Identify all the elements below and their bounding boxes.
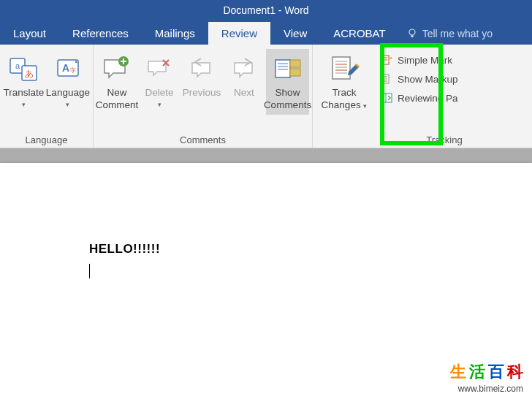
delete-comment-button[interactable]: Delete▾ (139, 49, 180, 112)
display-for-review-dropdown[interactable]: Simple Mark (377, 52, 461, 68)
document-area: HELLO!!!!!! (0, 148, 532, 399)
tab-acrobat[interactable]: ACROBAT (320, 22, 398, 45)
tab-references[interactable]: References (59, 22, 142, 45)
svg-text:字: 字 (70, 67, 76, 74)
group-tracking: TrackChanges ▾ Simple Mark Show Markup R… (313, 45, 532, 148)
new-comment-icon (102, 52, 132, 86)
group-label-tracking: Tracking (316, 133, 529, 145)
window-title: Document1 - Word (223, 4, 308, 16)
svg-rect-14 (290, 60, 300, 67)
language-button[interactable]: A字 Language▾ (46, 49, 90, 112)
group-language: aあ Translate▾ A字 Language▾ Language (0, 45, 94, 148)
group-label-language: Language (3, 133, 90, 145)
ribbon-tabs: Layout References Mailings Review View A… (0, 20, 532, 45)
dropdown-caret-icon: ▾ (158, 101, 162, 109)
reviewing-pane-icon (380, 91, 393, 104)
dropdown-caret-icon: ▾ (363, 102, 367, 110)
svg-text:あ: あ (25, 69, 34, 79)
dropdown-caret-icon: ▾ (22, 101, 26, 109)
svg-rect-1 (411, 35, 413, 37)
document-page[interactable]: HELLO!!!!!! (0, 163, 532, 399)
svg-point-0 (409, 29, 415, 35)
track-changes-icon (328, 52, 360, 86)
translate-icon: aあ (9, 52, 38, 86)
markup-view-icon (380, 53, 393, 66)
svg-text:a: a (15, 61, 20, 70)
svg-rect-10 (276, 60, 290, 77)
show-comments-icon (273, 52, 303, 86)
tell-me-label: Tell me what yo (422, 28, 493, 39)
reviewing-pane-dropdown[interactable]: Reviewing Pa (377, 90, 461, 106)
tab-view[interactable]: View (270, 22, 320, 45)
next-comment-icon (230, 52, 258, 86)
group-comments: NewComment Delete▾ Previous Next (94, 45, 313, 148)
dropdown-caret-icon: ▾ (66, 101, 69, 109)
svg-text:A: A (62, 62, 69, 74)
group-label-comments: Comments (96, 133, 309, 145)
document-text-line: HELLO!!!!!! (89, 242, 532, 256)
previous-comment-icon (188, 52, 216, 86)
translate-button[interactable]: aあ Translate▾ (3, 49, 45, 112)
show-markup-dropdown[interactable]: Show Markup (377, 71, 461, 87)
tell-me-search[interactable]: Tell me what yo (399, 23, 500, 45)
track-changes-button[interactable]: TrackChanges ▾ (316, 49, 373, 115)
title-bar: Document1 - Word (0, 0, 532, 20)
next-comment-button[interactable]: Next (224, 49, 265, 102)
svg-rect-25 (389, 57, 392, 59)
svg-rect-15 (290, 69, 300, 76)
tab-review[interactable]: Review (208, 22, 270, 45)
show-markup-icon (380, 72, 393, 86)
tab-layout[interactable]: Layout (0, 22, 59, 45)
tab-mailings[interactable]: Mailings (142, 22, 208, 45)
previous-comment-button[interactable]: Previous (181, 49, 222, 102)
svg-rect-16 (332, 57, 350, 79)
tracking-options-stack: Simple Mark Show Markup Reviewing Pa (374, 49, 464, 109)
new-comment-button[interactable]: NewComment (96, 49, 137, 115)
ribbon: aあ Translate▾ A字 Language▾ Language NewC… (0, 45, 532, 148)
lightbulb-icon (406, 28, 418, 39)
text-cursor (89, 264, 90, 278)
show-comments-button[interactable]: ShowComments (266, 49, 309, 115)
language-icon: A字 (53, 52, 83, 86)
delete-comment-icon (145, 52, 173, 86)
